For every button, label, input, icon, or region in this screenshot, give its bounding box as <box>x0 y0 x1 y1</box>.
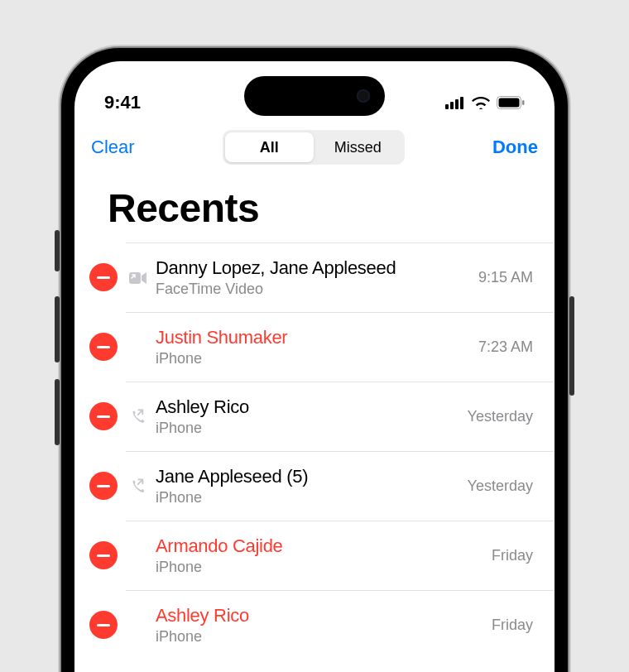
call-subtitle: iPhone <box>156 559 482 576</box>
dynamic-island <box>244 76 385 116</box>
svg-rect-1 <box>450 102 454 109</box>
delete-button[interactable] <box>89 611 118 639</box>
delete-button[interactable] <box>89 402 118 430</box>
call-name: Ashley Rico <box>156 396 458 418</box>
call-text: Ashley Rico iPhone <box>151 396 458 437</box>
call-time: 9:15 AM <box>468 269 533 286</box>
call-time: 7:23 AM <box>468 338 533 356</box>
call-row[interactable]: Ashley Rico iPhone Friday <box>74 590 555 660</box>
minus-icon <box>97 415 110 418</box>
battery-icon <box>497 96 525 109</box>
segment-all[interactable]: All <box>225 132 314 162</box>
delete-button[interactable] <box>89 472 118 500</box>
nav-bar: Clear All Missed Done <box>74 124 555 170</box>
svg-rect-5 <box>499 98 520 108</box>
call-subtitle: iPhone <box>156 350 468 367</box>
call-subtitle: FaceTime Video <box>156 281 468 298</box>
call-name: Armando Cajide <box>156 535 482 557</box>
minus-icon <box>97 624 110 626</box>
minus-icon <box>97 276 110 279</box>
svg-rect-3 <box>460 97 463 109</box>
status-time: 9:41 <box>104 92 141 113</box>
segment-missed[interactable]: Missed <box>314 132 402 162</box>
camera-icon <box>357 89 370 103</box>
call-row-inner: Justin Shumaker iPhone 7:23 AM <box>126 312 555 382</box>
svg-rect-7 <box>129 272 141 284</box>
svg-rect-2 <box>455 99 459 109</box>
minus-icon <box>97 346 110 348</box>
call-text: Justin Shumaker iPhone <box>151 327 468 367</box>
power-button <box>569 296 574 396</box>
segmented-control[interactable]: All Missed <box>223 130 405 165</box>
recents-list: Danny Lopez, Jane Appleseed FaceTime Vid… <box>74 242 555 660</box>
page-title: Recents <box>74 170 555 242</box>
call-text: Jane Appleseed (5) iPhone <box>151 466 458 506</box>
call-time: Friday <box>482 617 533 634</box>
call-row[interactable]: Danny Lopez, Jane Appleseed FaceTime Vid… <box>74 242 555 312</box>
call-name: Jane Appleseed (5) <box>156 466 458 487</box>
delete-button[interactable] <box>89 541 118 569</box>
screen: 9:41 Clear All Missed Done Recents Danny… <box>74 61 555 672</box>
call-name: Danny Lopez, Jane Appleseed <box>156 257 468 279</box>
call-text: Danny Lopez, Jane Appleseed FaceTime Vid… <box>151 257 468 298</box>
call-row-inner: Jane Appleseed (5) iPhone Yesterday <box>126 451 555 521</box>
wifi-icon <box>472 96 490 109</box>
call-time: Friday <box>482 547 533 564</box>
delete-button[interactable] <box>89 333 118 361</box>
status-right <box>445 96 525 109</box>
volume-down-button <box>55 379 60 445</box>
mute-switch <box>55 230 60 271</box>
call-row-inner: Danny Lopez, Jane Appleseed FaceTime Vid… <box>126 242 555 312</box>
svg-rect-0 <box>445 104 449 109</box>
call-row[interactable]: Ashley Rico iPhone Yesterday <box>74 382 555 451</box>
facetime-video-icon <box>126 271 151 285</box>
minus-icon <box>97 485 110 487</box>
call-row[interactable]: Jane Appleseed (5) iPhone Yesterday <box>74 451 555 521</box>
call-name: Justin Shumaker <box>156 327 468 348</box>
cellular-icon <box>445 96 465 109</box>
call-row[interactable]: Justin Shumaker iPhone 7:23 AM <box>74 312 555 382</box>
svg-rect-6 <box>522 100 525 105</box>
call-subtitle: iPhone <box>156 420 458 437</box>
clear-button[interactable]: Clear <box>91 137 135 158</box>
call-subtitle: iPhone <box>156 489 458 506</box>
call-time: Yesterday <box>458 408 533 425</box>
call-text: Armando Cajide iPhone <box>151 535 482 576</box>
volume-up-button <box>55 296 60 362</box>
call-time: Yesterday <box>458 478 533 495</box>
call-text: Ashley Rico iPhone <box>151 605 482 646</box>
call-row-inner: Ashley Rico iPhone Yesterday <box>126 382 555 451</box>
call-name: Ashley Rico <box>156 605 482 626</box>
call-row-inner: Armando Cajide iPhone Friday <box>126 521 555 590</box>
minus-icon <box>97 554 110 557</box>
outgoing-call-icon <box>126 408 151 426</box>
done-button[interactable]: Done <box>492 137 538 158</box>
delete-button[interactable] <box>89 263 118 291</box>
outgoing-call-icon <box>126 478 151 496</box>
call-subtitle: iPhone <box>156 628 482 646</box>
phone-frame: 9:41 Clear All Missed Done Recents Danny… <box>61 48 568 672</box>
call-row-inner: Ashley Rico iPhone Friday <box>126 590 555 660</box>
call-row[interactable]: Armando Cajide iPhone Friday <box>74 521 555 590</box>
